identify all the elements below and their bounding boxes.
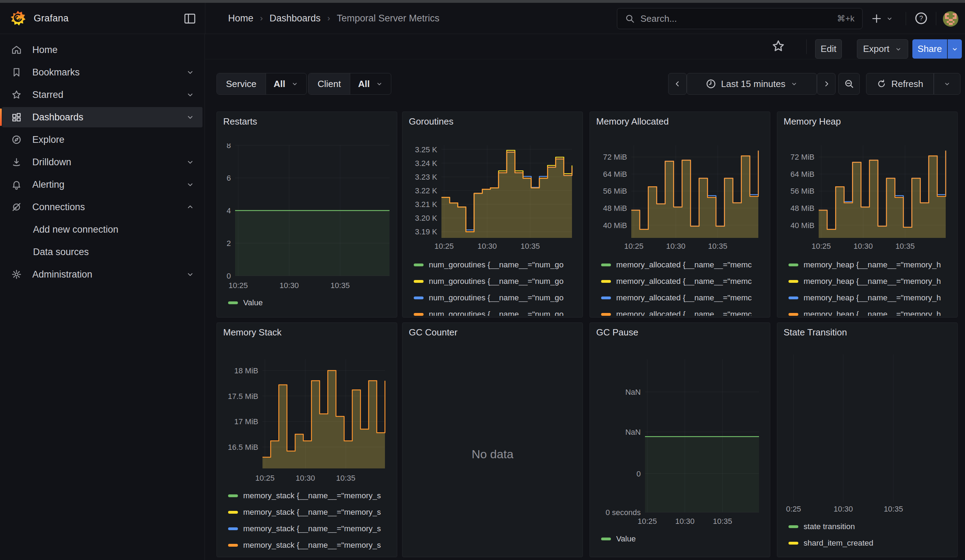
svg-text:72 MiB: 72 MiB: [603, 153, 627, 162]
avatar[interactable]: [943, 11, 958, 27]
legend: memory_heap {__name__="memory_hmemory_he…: [777, 256, 957, 316]
panel-title[interactable]: State Transition: [783, 327, 847, 338]
sidebar-item-data-sources[interactable]: Data sources: [2, 242, 203, 262]
breadcrumb-home[interactable]: Home: [228, 13, 254, 24]
legend-item[interactable]: shard_item_created: [777, 535, 957, 551]
share-button[interactable]: Share: [913, 39, 947, 59]
compass-icon: [11, 134, 22, 145]
chevron-down-icon[interactable]: [186, 113, 195, 122]
panel-title[interactable]: Goroutines: [409, 116, 453, 127]
legend-color-marker: [788, 525, 798, 528]
edit-button[interactable]: Edit: [815, 39, 842, 59]
plus-icon: [871, 13, 882, 24]
sidebar-item-starred[interactable]: Starred: [2, 85, 203, 105]
legend-item[interactable]: memory_stack {__name__="memory_s: [217, 504, 397, 520]
legend-label: memory_allocated {__name__="memc: [616, 293, 752, 302]
refresh-interval-button[interactable]: [934, 73, 960, 95]
client-variable-value: All: [358, 78, 370, 90]
panel-title[interactable]: Restarts: [223, 116, 257, 127]
legend-item[interactable]: memory_allocated {__name__="memc: [590, 306, 770, 316]
legend-item[interactable]: num_goroutines {__name__="num_go: [402, 256, 582, 273]
favorite-star-button[interactable]: [770, 39, 783, 53]
svg-text:10:30: 10:30: [666, 242, 685, 250]
panel-title[interactable]: Memory Stack: [223, 327, 281, 338]
legend-color-marker: [414, 263, 424, 266]
panel-title[interactable]: GC Counter: [409, 327, 458, 338]
service-variable-dropdown[interactable]: Service All: [216, 73, 307, 95]
panel-title[interactable]: Memory Heap: [783, 116, 841, 127]
time-range-forward-button[interactable]: [817, 73, 836, 95]
chevron-down-icon[interactable]: [186, 158, 195, 167]
sidebar-item-administration[interactable]: Administration: [2, 264, 203, 284]
search-input[interactable]: Search... ⌘+k: [617, 8, 862, 29]
legend-item[interactable]: memory_stack {__name__="memory_s: [217, 487, 397, 504]
toolbar-divider: [806, 39, 807, 54]
help-button[interactable]: ?: [913, 11, 929, 27]
search-placeholder: Search...: [640, 13, 837, 24]
goroutines-chart: 3.19 K3.20 K3.21 K3.22 K3.23 K3.24 K3.25…: [402, 144, 582, 253]
dock-sidebar-button[interactable]: [182, 11, 198, 27]
brand[interactable]: Grafana: [10, 3, 69, 34]
legend-color-marker: [788, 263, 798, 266]
chevron-up-icon[interactable]: [186, 202, 195, 212]
legend-item[interactable]: memory_allocated {__name__="memc: [590, 256, 770, 273]
legend: memory_allocated {__name__="memcmemory_a…: [590, 256, 770, 316]
legend-item[interactable]: Value: [217, 294, 397, 311]
panel-gc-pause[interactable]: GC Pause NaNNaN00 seconds10:2510:3010:35…: [589, 322, 770, 557]
panel-memory-allocated[interactable]: Memory Allocated 40 MiB48 MiB56 MiB64 Mi…: [589, 112, 770, 318]
panel-goroutines[interactable]: Goroutines 3.19 K3.20 K3.21 K3.22 K3.23 …: [402, 112, 583, 318]
sidebar-item-connections[interactable]: Connections: [2, 197, 203, 217]
share-menu-button[interactable]: [947, 39, 962, 59]
sidebar-item-add-new-connection[interactable]: Add new connection: [2, 219, 203, 240]
chevron-down-icon[interactable]: [186, 270, 195, 279]
svg-text:40 MiB: 40 MiB: [791, 221, 815, 230]
sidebar-item-alerting[interactable]: Alerting: [2, 175, 203, 195]
legend-item[interactable]: memory_heap {__name__="memory_h: [777, 273, 957, 289]
client-variable-dropdown[interactable]: Client All: [308, 73, 391, 95]
sidebar-item-drilldown[interactable]: Drilldown: [2, 152, 203, 172]
legend-item[interactable]: Value: [590, 531, 770, 547]
legend-item[interactable]: memory_heap {__name__="memory_h: [777, 256, 957, 273]
legend-item[interactable]: num_goroutines {__name__="num_go: [402, 273, 582, 289]
panel-memory-heap[interactable]: Memory Heap 40 MiB48 MiB56 MiB64 MiB72 M…: [777, 112, 958, 318]
sidebar: Home Bookmarks Starred Dashboards: [0, 34, 205, 560]
legend-label: memory_allocated {__name__="memc: [616, 310, 752, 316]
legend-item[interactable]: state transition: [777, 518, 957, 535]
legend-item[interactable]: memory_allocated {__name__="memc: [590, 273, 770, 289]
chevron-down-icon[interactable]: [186, 90, 195, 99]
sidebar-item-home[interactable]: Home: [2, 40, 203, 60]
legend-item[interactable]: memory_stack {__name__="memory_s: [217, 537, 397, 553]
time-range-zoom-out-button[interactable]: [838, 73, 860, 95]
svg-text:10:25: 10:25: [624, 242, 644, 250]
legend-item[interactable]: memory_heap {__name__="memory_h: [777, 289, 957, 306]
panel-memory-stack[interactable]: Memory Stack 16.5 MiB17 MiB17.5 MiB18 Mi…: [216, 322, 397, 557]
time-range-back-button[interactable]: [668, 73, 687, 95]
time-range-picker[interactable]: Last 15 minutes: [687, 73, 817, 95]
panel-gc-counter[interactable]: GC Counter No data: [402, 322, 583, 557]
export-button[interactable]: Export: [857, 39, 908, 59]
search-icon: [625, 14, 635, 23]
sidebar-item-explore[interactable]: Explore: [2, 129, 203, 150]
svg-text:10:25: 10:25: [255, 474, 275, 482]
panel-state-transition[interactable]: State Transition 0:2510:3010:35 state tr…: [777, 322, 958, 557]
sidebar-item-dashboards[interactable]: Dashboards: [2, 107, 203, 127]
chevron-down-icon[interactable]: [186, 68, 195, 77]
breadcrumb-dashboards[interactable]: Dashboards: [270, 13, 321, 24]
add-new-button[interactable]: [871, 11, 893, 27]
legend-item[interactable]: memory_allocated {__name__="memc: [590, 289, 770, 306]
legend-item[interactable]: memory_stack {__name__="memory_s: [217, 520, 397, 537]
legend-label: num_goroutines {__name__="num_go: [429, 310, 564, 316]
legend-item[interactable]: memory_heap {__name__="memory_h: [777, 306, 957, 316]
panel-title[interactable]: GC Pause: [596, 327, 638, 338]
panel-restarts[interactable]: Restarts 0246810:2510:3010:35 Value: [216, 112, 397, 318]
legend-item[interactable]: num_goroutines {__name__="num_go: [402, 306, 582, 316]
star-icon: [772, 39, 785, 53]
legend-color-marker: [414, 297, 424, 299]
chevron-down-icon[interactable]: [186, 180, 195, 189]
panel-title[interactable]: Memory Allocated: [596, 116, 669, 127]
legend-item[interactable]: num_goroutines {__name__="num_go: [402, 289, 582, 306]
sidebar-item-bookmarks[interactable]: Bookmarks: [2, 62, 203, 82]
header-divider: [936, 12, 936, 25]
apps-grid-icon: [11, 112, 22, 122]
refresh-button[interactable]: Refresh: [866, 73, 934, 95]
